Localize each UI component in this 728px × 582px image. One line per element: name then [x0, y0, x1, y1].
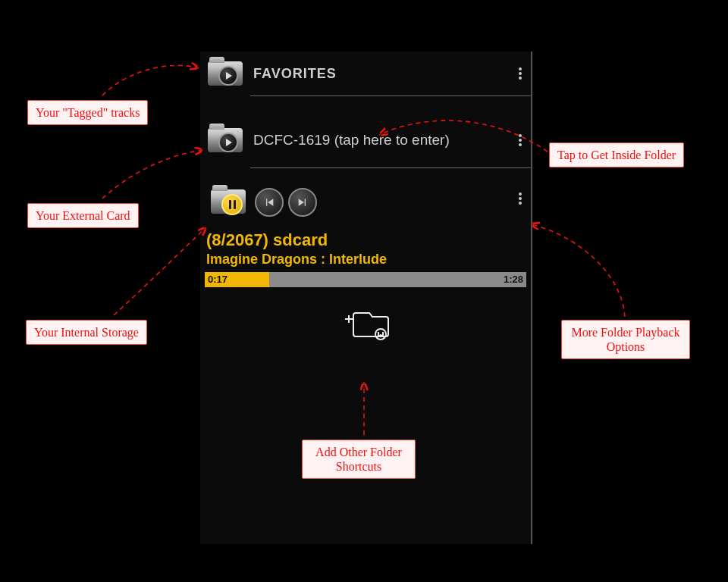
folder-menu-button[interactable] [510, 133, 531, 148]
callout-internal: Your Internal Storage [26, 320, 147, 345]
folder-icon [203, 122, 247, 158]
folder-label: DCFC-1619 (tap here to enter) [253, 132, 450, 149]
progress-bar[interactable]: 0:17 1:28 [205, 272, 526, 287]
favorites-title: FAVORITES [253, 66, 337, 82]
callout-more: More Folder Playback Options [561, 320, 690, 359]
play-icon [218, 66, 238, 86]
callout-inside: Tap to Get Inside Folder [549, 142, 684, 167]
folder-row[interactable]: DCFC-1619 (tap here to enter) [200, 113, 531, 167]
favorites-menu-button[interactable] [510, 66, 531, 81]
now-playing-row [200, 183, 531, 223]
callout-add: Add Other Folder Shortcuts [302, 440, 416, 479]
sdcard-folder-icon [206, 183, 250, 220]
favorites-row[interactable]: FAVORITES [200, 52, 531, 95]
play-icon [218, 133, 238, 152]
callout-external: Your External Card [27, 203, 139, 228]
time-duration: 1:28 [504, 274, 523, 285]
add-folder-shortcut-button[interactable] [339, 305, 392, 340]
next-track-button[interactable] [288, 188, 317, 217]
divider [250, 167, 531, 168]
callout-tagged: Your "Tagged" tracks [27, 100, 148, 125]
divider [250, 95, 531, 96]
prev-track-button[interactable] [255, 188, 284, 217]
track-counter: (8/2067) sdcard [206, 230, 525, 250]
track-title: Imagine Dragons : Interlude [206, 252, 525, 268]
now-playing-info: (8/2067) sdcard Imagine Dragons : Interl… [200, 230, 531, 268]
favorites-folder-icon [203, 55, 247, 92]
pause-icon [221, 194, 243, 215]
time-elapsed: 0:17 [208, 274, 228, 285]
player-menu-button[interactable] [510, 191, 531, 206]
